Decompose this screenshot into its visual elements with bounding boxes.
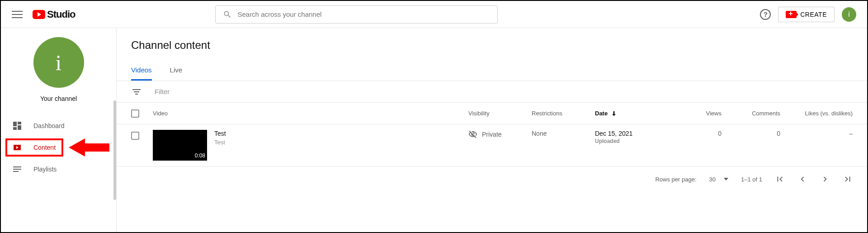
page-title: Channel content — [131, 39, 853, 52]
channel-name: Your channel — [1, 95, 116, 102]
tab-live[interactable]: Live — [170, 60, 183, 81]
search-icon — [223, 10, 232, 19]
channel-avatar[interactable]: i — [33, 37, 84, 88]
rows-per-page-label: Rows per page: — [655, 176, 696, 183]
sidebar-scrollbar[interactable] — [113, 28, 116, 232]
sidebar-item-dashboard[interactable]: Dashboard — [1, 115, 116, 137]
filter-bar[interactable]: Filter — [117, 81, 867, 103]
menu-icon[interactable] — [12, 9, 23, 20]
studio-logo[interactable]: Studio — [33, 9, 75, 20]
prev-page-button[interactable] — [797, 174, 807, 184]
sidebar: i Your channel Dashboard Content Playlis… — [1, 28, 117, 232]
video-title: Test — [214, 130, 226, 137]
last-page-button[interactable] — [843, 174, 853, 184]
visibility-cell[interactable]: Private — [468, 130, 532, 139]
row-checkbox[interactable] — [131, 132, 139, 140]
likes-cell: – — [780, 130, 853, 137]
youtube-icon — [33, 10, 45, 19]
table-row[interactable]: 0:08 Test Test Private None Dec 15, 2021… — [117, 124, 867, 166]
first-page-button[interactable] — [775, 174, 785, 184]
select-all-checkbox[interactable] — [131, 109, 139, 118]
col-likes[interactable]: Likes (vs. dislikes) — [780, 110, 853, 117]
playlists-icon — [12, 164, 23, 175]
content-icon — [12, 142, 23, 153]
filter-placeholder: Filter — [155, 88, 170, 95]
annotation-arrow — [69, 138, 109, 157]
account-avatar[interactable]: i — [842, 7, 856, 22]
content-tabs: Videos Live — [117, 60, 867, 81]
sort-down-icon — [610, 110, 618, 117]
logo-text: Studio — [47, 9, 75, 20]
table-header: Video Visibility Restrictions Date Views… — [117, 103, 867, 124]
sidebar-item-label: Playlists — [33, 166, 57, 173]
create-icon — [786, 11, 797, 18]
rows-per-page-select[interactable]: 30 — [709, 176, 728, 183]
search-input[interactable] — [237, 10, 490, 18]
video-thumbnail[interactable]: 0:08 — [153, 130, 207, 161]
visibility-label: Private — [482, 131, 502, 138]
search-box[interactable] — [215, 5, 498, 24]
sidebar-item-playlists[interactable]: Playlists — [1, 158, 116, 180]
date-status: Uploaded — [595, 138, 632, 144]
main-content: Channel content Videos Live Filter Video… — [117, 28, 867, 232]
sidebar-item-label: Content — [33, 144, 56, 151]
pagination-range: 1–1 of 1 — [741, 176, 762, 183]
dashboard-icon — [12, 120, 23, 131]
col-comments[interactable]: Comments — [722, 110, 780, 117]
private-icon — [468, 130, 477, 139]
col-visibility[interactable]: Visibility — [468, 110, 532, 117]
col-restrictions[interactable]: Restrictions — [532, 110, 595, 117]
col-views[interactable]: Views — [676, 110, 722, 117]
restrictions-cell: None — [532, 130, 595, 137]
chevron-down-icon — [724, 178, 728, 181]
pagination: Rows per page: 30 1–1 of 1 — [117, 166, 867, 192]
col-date[interactable]: Date — [595, 110, 676, 117]
video-duration: 0:08 — [195, 152, 205, 159]
video-description: Test — [214, 139, 226, 146]
sidebar-item-label: Dashboard — [33, 122, 65, 129]
views-cell: 0 — [676, 130, 722, 137]
create-label: CREATE — [800, 11, 827, 18]
col-video[interactable]: Video — [153, 110, 468, 117]
comments-cell: 0 — [722, 130, 780, 137]
date-value: Dec 15, 2021 — [595, 130, 632, 137]
filter-icon — [131, 86, 142, 97]
create-button[interactable]: CREATE — [778, 7, 835, 22]
tab-videos[interactable]: Videos — [131, 60, 152, 81]
header: Studio ? CREATE i — [1, 1, 867, 28]
help-icon[interactable]: ? — [760, 9, 771, 20]
next-page-button[interactable] — [820, 174, 830, 184]
